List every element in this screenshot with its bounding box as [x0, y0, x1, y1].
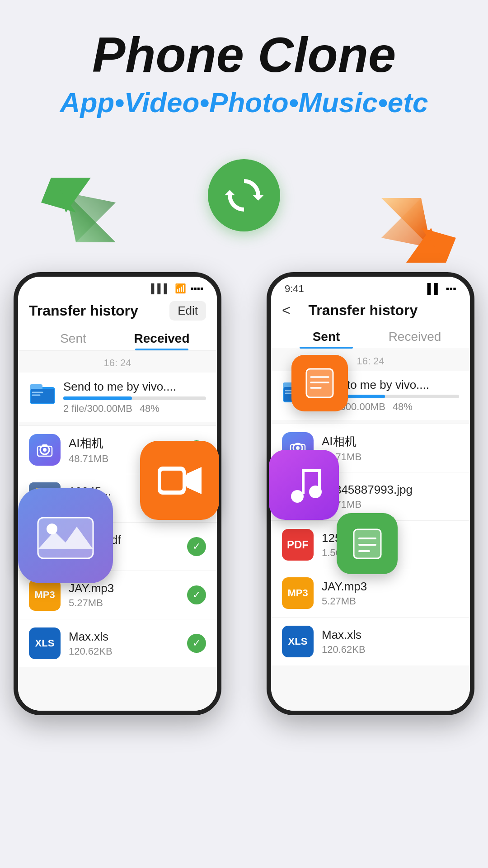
right-xls-icon: XLS — [282, 626, 314, 657]
zoom-app-icon — [140, 441, 219, 520]
left-progress-bar — [63, 396, 206, 400]
left-progress-fill — [63, 396, 132, 400]
left-mp3-details: JAY.mp3 5.27MB — [69, 581, 187, 609]
right-phone-header: < Transfer history — [271, 297, 470, 319]
svg-point-40 — [291, 490, 304, 503]
left-header-title: Transfer history — [29, 302, 138, 319]
left-file-check-4: ✓ — [187, 634, 206, 653]
xls-icon: XLS — [29, 627, 61, 659]
left-file-xls: XLS Max.xls 120.62KB ✓ — [18, 619, 217, 667]
right-xls-details: Max.xls 120.62KB — [322, 628, 459, 656]
folder-icon — [29, 380, 56, 407]
green-arrow-icon — [36, 173, 136, 272]
tab-received-right[interactable]: Received — [371, 323, 459, 349]
sync-icon[interactable] — [208, 159, 280, 231]
left-transfer-group: Send to me by vivo.... 2 file/300.00MB 4… — [18, 373, 217, 422]
music-app-icon — [269, 450, 339, 520]
notes-app-icon — [291, 355, 348, 411]
tab-sent-right[interactable]: Sent — [282, 323, 371, 349]
right-status-bar: 9:41 ▌▌ ▪▪▪ — [271, 277, 470, 297]
svg-point-14 — [43, 448, 47, 452]
svg-point-26 — [296, 446, 300, 450]
right-pdf-icon: PDF — [282, 529, 314, 561]
right-header-title: Transfer history — [308, 302, 418, 319]
svg-rect-44 — [318, 469, 321, 494]
left-transfer-meta: 2 file/300.00MB 48% — [63, 403, 206, 415]
back-button[interactable]: < — [282, 302, 291, 319]
right-signal-icon: ▌▌ — [427, 283, 441, 295]
mp3-icon: MP3 — [29, 579, 61, 611]
svg-rect-16 — [42, 444, 47, 447]
left-time-label: 16: 24 — [18, 351, 217, 373]
svg-rect-34 — [161, 471, 183, 491]
right-ai-cam-details: AI相机 48.71MB — [322, 434, 459, 463]
right-file-mp3: MP3 JAY.mp3 5.27MB — [271, 569, 470, 617]
right-file-xls: XLS Max.xls 120.62KB — [271, 617, 470, 665]
right-battery-icon: ▪▪▪ — [446, 283, 456, 295]
svg-marker-35 — [185, 469, 200, 492]
right-mp3-icon: MP3 — [282, 577, 314, 609]
ai-cam-icon — [29, 434, 61, 466]
gallery-app-icon — [18, 488, 113, 583]
edit-button[interactable]: Edit — [169, 301, 206, 321]
app-header: Phone Clone App•Video•Photo•Music•etc — [0, 0, 488, 146]
svg-rect-42 — [302, 469, 305, 494]
battery-icon: ▪▪▪▪ — [191, 283, 203, 294]
left-tabs: Sent Received — [18, 325, 217, 351]
tab-sent-left[interactable]: Sent — [29, 325, 117, 350]
app-title: Phone Clone — [18, 27, 470, 82]
left-file-check-2: ✓ — [187, 537, 206, 556]
right-mp3-details: JAY.mp3 5.27MB — [322, 580, 459, 607]
right-img-details: 12345887993.jpg 18.71MB — [322, 483, 459, 510]
left-file-check-3: ✓ — [187, 585, 206, 604]
signal-icon: ▌▌▌ — [151, 283, 170, 294]
files-app-icon — [337, 513, 398, 574]
wifi-icon: 📶 — [175, 283, 186, 294]
orange-arrow-icon — [361, 168, 461, 268]
svg-rect-10 — [31, 389, 54, 403]
tab-received-left[interactable]: Received — [117, 325, 206, 350]
left-phone-header: Transfer history Edit — [18, 297, 217, 321]
svg-rect-43 — [302, 469, 318, 472]
app-subtitle: App•Video•Photo•Music•etc — [18, 86, 470, 118]
left-transfer-name: Send to me by vivo.... — [63, 380, 206, 394]
left-xls-details: Max.xls 120.62KB — [69, 630, 187, 657]
left-status-bar: ▌▌▌ 📶 ▪▪▪▪ — [18, 277, 217, 297]
svg-point-38 — [47, 524, 57, 534]
right-tabs: Sent Received — [271, 323, 470, 349]
